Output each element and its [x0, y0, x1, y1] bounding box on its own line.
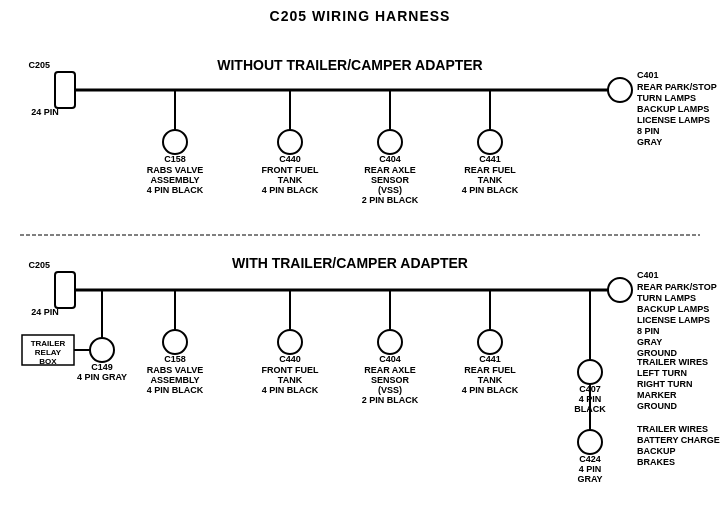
svg-text:GRAY: GRAY — [577, 474, 602, 484]
svg-text:4 PIN BLACK: 4 PIN BLACK — [462, 185, 519, 195]
svg-text:C401: C401 — [637, 270, 659, 280]
svg-text:24 PIN: 24 PIN — [31, 307, 59, 317]
svg-text:GRAY: GRAY — [637, 337, 662, 347]
svg-text:RABS VALVE: RABS VALVE — [147, 165, 204, 175]
svg-text:ASSEMBLY: ASSEMBLY — [150, 375, 199, 385]
svg-text:C158: C158 — [164, 154, 186, 164]
svg-text:4 PIN BLACK: 4 PIN BLACK — [262, 385, 319, 395]
svg-text:C441: C441 — [479, 154, 501, 164]
svg-point-13 — [163, 130, 187, 154]
svg-text:2 PIN BLACK: 2 PIN BLACK — [362, 395, 419, 405]
svg-point-61 — [578, 360, 602, 384]
svg-text:BRAKES: BRAKES — [637, 457, 675, 467]
svg-text:24 PIN: 24 PIN — [31, 107, 59, 117]
svg-point-47 — [90, 338, 114, 362]
svg-text:C424: C424 — [579, 454, 601, 464]
svg-text:ASSEMBLY: ASSEMBLY — [150, 175, 199, 185]
svg-text:C440: C440 — [279, 154, 301, 164]
svg-text:TANK: TANK — [278, 375, 303, 385]
svg-text:BACKUP: BACKUP — [637, 446, 676, 456]
svg-text:GRAY: GRAY — [637, 137, 662, 147]
svg-point-25 — [378, 130, 402, 154]
svg-text:TURN LAMPS: TURN LAMPS — [637, 93, 696, 103]
svg-text:RIGHT TURN: RIGHT TURN — [637, 379, 693, 389]
svg-rect-39 — [55, 272, 75, 308]
svg-point-19 — [278, 130, 302, 154]
svg-text:REAR AXLE: REAR AXLE — [364, 165, 416, 175]
svg-text:TRAILER WIRES: TRAILER WIRES — [637, 424, 708, 434]
svg-text:SENSOR: SENSOR — [371, 375, 410, 385]
svg-text:REAR PARK/STOP: REAR PARK/STOP — [637, 282, 717, 292]
svg-text:LICENSE LAMPS: LICENSE LAMPS — [637, 315, 710, 325]
svg-text:4 PIN GRAY: 4 PIN GRAY — [77, 372, 127, 382]
svg-point-99 — [478, 330, 502, 354]
svg-text:TANK: TANK — [478, 175, 503, 185]
svg-point-4 — [608, 78, 632, 102]
svg-text:C404: C404 — [379, 154, 401, 164]
svg-text:REAR FUEL: REAR FUEL — [464, 365, 516, 375]
svg-rect-1 — [55, 72, 75, 108]
section2-label: WITH TRAILER/CAMPER ADAPTER — [232, 255, 468, 271]
svg-text:C205: C205 — [28, 260, 50, 270]
svg-text:LICENSE LAMPS: LICENSE LAMPS — [637, 115, 710, 125]
svg-text:REAR PARK/STOP: REAR PARK/STOP — [637, 82, 717, 92]
svg-text:TRAILER WIRES: TRAILER WIRES — [637, 357, 708, 367]
svg-text:TRAILER: TRAILER — [31, 339, 66, 348]
svg-text:8 PIN: 8 PIN — [637, 126, 660, 136]
svg-text:2 PIN BLACK: 2 PIN BLACK — [362, 195, 419, 205]
svg-point-86 — [278, 330, 302, 354]
svg-text:(VSS): (VSS) — [378, 385, 402, 395]
svg-text:RABS VALVE: RABS VALVE — [147, 365, 204, 375]
svg-text:C401: C401 — [637, 70, 659, 80]
svg-text:C441: C441 — [479, 354, 501, 364]
svg-point-80 — [163, 330, 187, 354]
svg-text:C149: C149 — [91, 362, 113, 372]
svg-text:LEFT TURN: LEFT TURN — [637, 368, 687, 378]
svg-text:4 PIN BLACK: 4 PIN BLACK — [147, 185, 204, 195]
svg-text:SENSOR: SENSOR — [371, 175, 410, 185]
svg-text:C440: C440 — [279, 354, 301, 364]
svg-text:RELAY: RELAY — [35, 348, 62, 357]
svg-text:C158: C158 — [164, 354, 186, 364]
svg-text:GROUND: GROUND — [637, 401, 677, 411]
svg-point-92 — [378, 330, 402, 354]
svg-text:BACKUP LAMPS: BACKUP LAMPS — [637, 104, 709, 114]
svg-text:C404: C404 — [379, 354, 401, 364]
svg-text:MARKER: MARKER — [637, 390, 677, 400]
svg-text:BATTERY CHARGE: BATTERY CHARGE — [637, 435, 720, 445]
svg-text:REAR FUEL: REAR FUEL — [464, 165, 516, 175]
svg-text:TURN LAMPS: TURN LAMPS — [637, 293, 696, 303]
svg-point-71 — [578, 430, 602, 454]
svg-text:4 PIN BLACK: 4 PIN BLACK — [147, 385, 204, 395]
svg-text:C205: C205 — [28, 60, 50, 70]
svg-text:BACKUP LAMPS: BACKUP LAMPS — [637, 304, 709, 314]
svg-text:4 PIN BLACK: 4 PIN BLACK — [262, 185, 319, 195]
svg-text:4 PIN: 4 PIN — [579, 464, 602, 474]
svg-text:8 PIN: 8 PIN — [637, 326, 660, 336]
svg-text:(VSS): (VSS) — [378, 185, 402, 195]
svg-text:FRONT FUEL: FRONT FUEL — [262, 165, 319, 175]
svg-text:TANK: TANK — [478, 375, 503, 385]
svg-text:FRONT FUEL: FRONT FUEL — [262, 365, 319, 375]
svg-text:REAR AXLE: REAR AXLE — [364, 365, 416, 375]
section1-label: WITHOUT TRAILER/CAMPER ADAPTER — [217, 57, 482, 73]
svg-point-32 — [478, 130, 502, 154]
svg-text:BOX: BOX — [39, 357, 57, 366]
svg-text:4 PIN BLACK: 4 PIN BLACK — [462, 385, 519, 395]
diagram-container: C205 WIRING HARNESS WITHOUT TRAILER/CAMP… — [0, 0, 720, 517]
svg-text:TANK: TANK — [278, 175, 303, 185]
